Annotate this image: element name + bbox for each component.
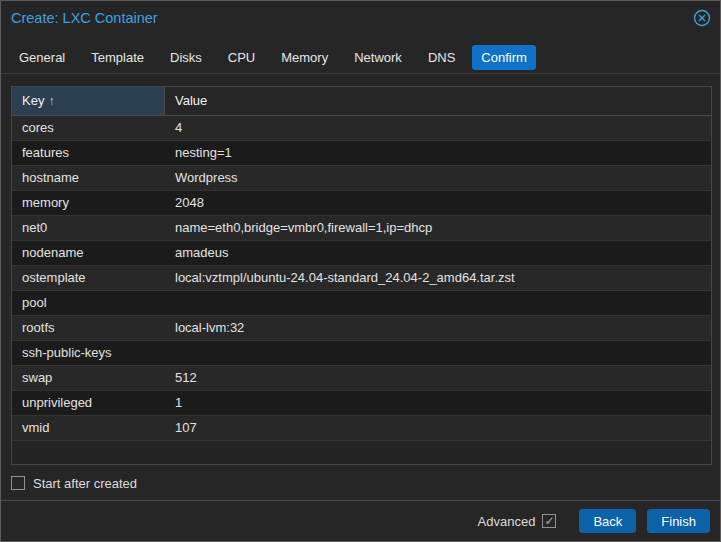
dialog-title: Create: LXC Container (11, 10, 158, 26)
advanced-label[interactable]: Advanced (478, 514, 536, 529)
confirm-summary-table: Key↑ Value cores 4 features nesting=1 ho… (11, 86, 712, 465)
tab-cpu[interactable]: CPU (219, 45, 264, 70)
back-button[interactable]: Back (579, 509, 636, 533)
table-row-cores[interactable]: cores 4 (12, 116, 711, 141)
row-value: local-lvm:32 (165, 316, 711, 340)
row-key: net0 (12, 216, 165, 240)
table-row-memory[interactable]: memory 2048 (12, 191, 711, 216)
row-value: 2048 (165, 191, 711, 215)
row-value: 4 (165, 116, 711, 140)
checkmark-icon: ✓ (544, 515, 554, 527)
table-row-features[interactable]: features nesting=1 (12, 141, 711, 166)
table-row-vmid[interactable]: vmid 107 (12, 416, 711, 441)
column-header-key[interactable]: Key↑ (12, 87, 165, 115)
tab-general[interactable]: General (10, 45, 74, 70)
row-key: pool (12, 291, 165, 315)
table-row-nodename[interactable]: nodename amadeus (12, 241, 711, 266)
table-row-rootfs[interactable]: rootfs local-lvm:32 (12, 316, 711, 341)
finish-button[interactable]: Finish (647, 509, 710, 533)
sort-asc-icon: ↑ (48, 94, 54, 108)
table-body: cores 4 features nesting=1 hostname Word… (12, 116, 711, 441)
start-after-created-label: Start after created (33, 476, 137, 491)
row-value (165, 341, 711, 365)
row-key: cores (12, 116, 165, 140)
advanced-checkbox[interactable]: ✓ (542, 514, 556, 528)
table-row-ostemplate[interactable]: ostemplate local:vztmpl/ubuntu-24.04-sta… (12, 266, 711, 291)
row-value: Wordpress (165, 166, 711, 190)
table-row-hostname[interactable]: hostname Wordpress (12, 166, 711, 191)
wizard-tabbar: General Template Disks CPU Memory Networ… (1, 42, 720, 74)
start-after-created-option[interactable]: Start after created (11, 474, 137, 492)
column-header-key-label: Key (22, 93, 44, 108)
row-value: 512 (165, 366, 711, 390)
tab-dns[interactable]: DNS (419, 45, 464, 70)
table-row-net0[interactable]: net0 name=eth0,bridge=vmbr0,firewall=1,i… (12, 216, 711, 241)
row-key: swap (12, 366, 165, 390)
table-row-pool[interactable]: pool (12, 291, 711, 316)
row-value: nesting=1 (165, 141, 711, 165)
tab-template[interactable]: Template (82, 45, 153, 70)
row-value: 107 (165, 416, 711, 440)
row-key: unprivileged (12, 391, 165, 415)
table-row-swap[interactable]: swap 512 (12, 366, 711, 391)
column-header-value-label: Value (175, 93, 207, 108)
table-row-ssh-public-keys[interactable]: ssh-public-keys (12, 341, 711, 366)
tab-network[interactable]: Network (345, 45, 411, 70)
dialog-footer: Advanced ✓ Back Finish (1, 500, 720, 541)
column-header-value[interactable]: Value (165, 87, 711, 115)
tab-confirm[interactable]: Confirm (472, 45, 536, 70)
row-key: rootfs (12, 316, 165, 340)
row-value (165, 291, 711, 315)
row-value: 1 (165, 391, 711, 415)
close-button[interactable] (693, 9, 711, 27)
row-key: nodename (12, 241, 165, 265)
row-key: hostname (12, 166, 165, 190)
row-key: ssh-public-keys (12, 341, 165, 365)
start-after-created-checkbox[interactable] (11, 476, 25, 490)
circle-x-icon (693, 9, 711, 27)
tab-disks[interactable]: Disks (161, 45, 211, 70)
table-header-row: Key↑ Value (12, 87, 711, 116)
create-lxc-container-dialog: Create: LXC Container General Template D… (0, 0, 721, 542)
dialog-titlebar: Create: LXC Container (1, 1, 720, 39)
row-key: vmid (12, 416, 165, 440)
row-value: amadeus (165, 241, 711, 265)
tab-memory[interactable]: Memory (272, 45, 337, 70)
row-key: memory (12, 191, 165, 215)
table-row-unprivileged[interactable]: unprivileged 1 (12, 391, 711, 416)
row-value: name=eth0,bridge=vmbr0,firewall=1,ip=dhc… (165, 216, 711, 240)
row-value: local:vztmpl/ubuntu-24.04-standard_24.04… (165, 266, 711, 290)
row-key: ostemplate (12, 266, 165, 290)
row-key: features (12, 141, 165, 165)
